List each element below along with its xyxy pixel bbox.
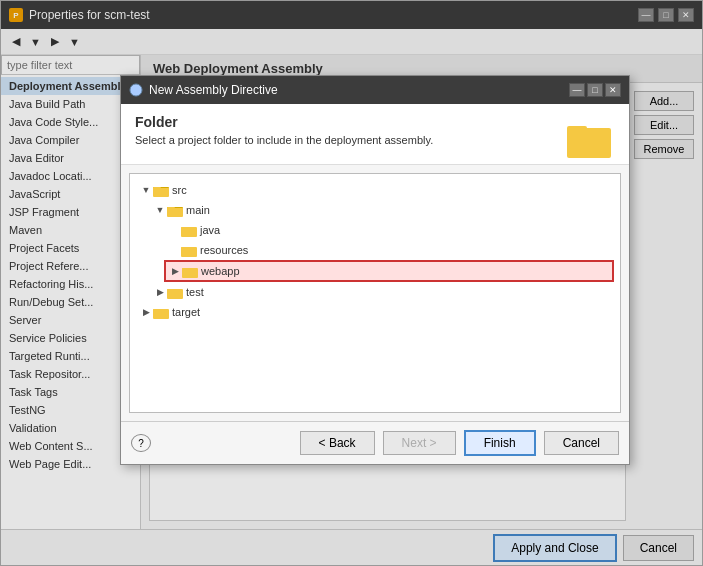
folder-icon-java (181, 224, 197, 237)
tree-label-target: target (172, 306, 200, 318)
tree-row-test[interactable]: ▶ test (150, 282, 614, 302)
tree-label-java: java (200, 224, 220, 236)
dialog-help-button[interactable]: ? (131, 434, 151, 452)
dialog-header-desc: Select a project folder to include in th… (135, 134, 555, 146)
dialog-body: ▼ src ▼ main (121, 165, 629, 421)
dialog-title: New Assembly Directive (149, 83, 563, 97)
tree-label-resources: resources (200, 244, 248, 256)
tree-toggle-test[interactable]: ▶ (153, 285, 167, 299)
tree-label-test: test (186, 286, 204, 298)
tree-toggle-target[interactable]: ▶ (139, 305, 153, 319)
tree-row-resources[interactable]: resources (164, 240, 614, 260)
finish-button[interactable]: Finish (464, 430, 536, 456)
svg-point-0 (130, 84, 142, 96)
tree-children-src: ▼ main java (136, 200, 614, 302)
tree-row-java[interactable]: java (164, 220, 614, 240)
tree-row-target[interactable]: ▶ target (136, 302, 614, 322)
tree-row-webapp[interactable]: ▶ webapp (164, 260, 614, 282)
dialog-controls: — □ ✕ (569, 83, 621, 97)
tree-node-src: ▼ src ▼ main (136, 180, 614, 302)
dialog-maximize-button[interactable]: □ (587, 83, 603, 97)
folder-icon-test (167, 286, 183, 299)
folder-tree: ▼ src ▼ main (129, 173, 621, 413)
folder-open-icon-src (153, 184, 169, 197)
folder-open-icon-main (167, 204, 183, 217)
dialog-icon (129, 83, 143, 97)
tree-label-webapp: webapp (201, 265, 240, 277)
tree-row-main[interactable]: ▼ main (150, 200, 614, 220)
tree-toggle-webapp[interactable]: ▶ (168, 264, 182, 278)
dialog-overlay: New Assembly Directive — □ ✕ Folder Sele… (0, 0, 703, 566)
new-assembly-directive-dialog: New Assembly Directive — □ ✕ Folder Sele… (120, 75, 630, 465)
tree-label-src: src (172, 184, 187, 196)
dialog-titlebar: New Assembly Directive — □ ✕ (121, 76, 629, 104)
tree-row-src[interactable]: ▼ src (136, 180, 614, 200)
tree-toggle-resources (167, 243, 181, 257)
tree-toggle-src[interactable]: ▼ (139, 183, 153, 197)
next-button[interactable]: Next > (383, 431, 456, 455)
back-button[interactable]: < Back (300, 431, 375, 455)
tree-children-main: java resources ▶ weba (150, 220, 614, 282)
folder-icon-target (153, 306, 169, 319)
dialog-close-button[interactable]: ✕ (605, 83, 621, 97)
dialog-footer: ? < Back Next > Finish Cancel (121, 421, 629, 464)
tree-node-main: ▼ main java (150, 200, 614, 282)
dialog-header: Folder Select a project folder to includ… (121, 104, 629, 165)
dialog-minimize-button[interactable]: — (569, 83, 585, 97)
dialog-header-text: Folder Select a project folder to includ… (135, 114, 555, 146)
folder-icon-resources (181, 244, 197, 257)
folder-icon-webapp (182, 265, 198, 278)
tree-toggle-main[interactable]: ▼ (153, 203, 167, 217)
dialog-header-title: Folder (135, 114, 555, 130)
dialog-cancel-button[interactable]: Cancel (544, 431, 619, 455)
folder-large-icon (567, 118, 615, 158)
tree-toggle-java (167, 223, 181, 237)
tree-label-main: main (186, 204, 210, 216)
